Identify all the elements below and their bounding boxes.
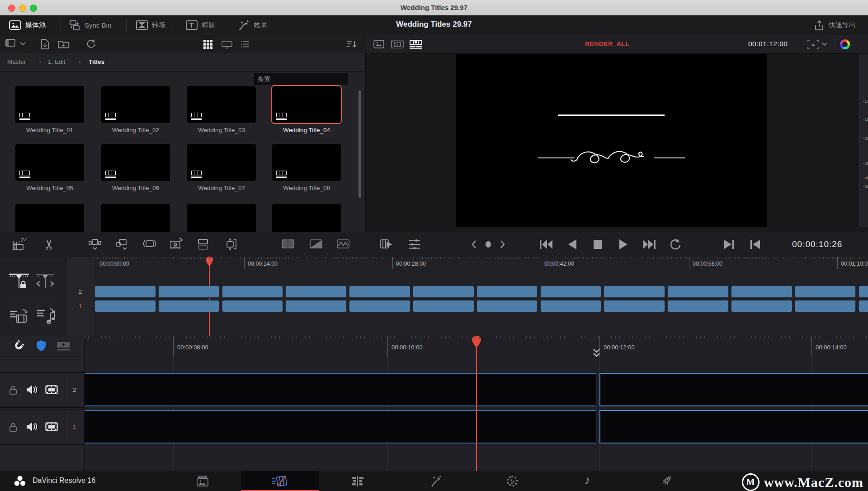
- timeline-clip[interactable]: [476, 300, 538, 312]
- clip-thumbnail[interactable]: [101, 144, 170, 181]
- timeline-video-clip[interactable]: [599, 373, 868, 406]
- timeline-clip[interactable]: [158, 300, 220, 312]
- playhead-locked-icon[interactable]: [8, 272, 30, 290]
- timeline-clip[interactable]: [349, 286, 410, 298]
- media-clip-card[interactable]: Wedding Title_03: [187, 86, 256, 133]
- snapping-magnet-icon[interactable]: [12, 340, 24, 353]
- clip-thumbnail[interactable]: [15, 86, 84, 123]
- stop-button[interactable]: [593, 238, 603, 250]
- timeline-clip[interactable]: [413, 286, 474, 298]
- fairlight-page-button[interactable]: ♪: [584, 473, 590, 487]
- color-controls-icon[interactable]: [840, 39, 850, 49]
- chevron-down-icon[interactable]: [822, 43, 827, 46]
- timeline-clip[interactable]: [222, 300, 283, 312]
- append-clip-icon[interactable]: [116, 238, 129, 251]
- upper-track-1-number[interactable]: 1: [66, 303, 94, 310]
- chevron-down-icon[interactable]: [20, 42, 26, 46]
- add-track-icon[interactable]: [56, 341, 71, 351]
- lower-playhead-line[interactable]: [476, 336, 477, 471]
- grid-view-icon[interactable]: [203, 39, 213, 49]
- timeline-clip[interactable]: [158, 286, 220, 298]
- clip-thumbnail[interactable]: [101, 86, 170, 123]
- sync-audio-clip-icon[interactable]: [36, 307, 57, 324]
- breadcrumb-titles[interactable]: Titles: [89, 58, 104, 65]
- edit-page-button[interactable]: [351, 475, 364, 487]
- goto-last-frame-button[interactable]: [642, 238, 656, 250]
- timeline-clip[interactable]: [795, 300, 856, 312]
- search-input[interactable]: [254, 73, 348, 85]
- timeline-view-icon[interactable]: [410, 40, 422, 49]
- media-clip-card[interactable]: Wedding Title_08: [272, 144, 341, 191]
- timeline-video-clip[interactable]: [84, 373, 596, 406]
- smooth-cut-transition-icon[interactable]: [336, 239, 350, 249]
- timeline-clip[interactable]: [667, 286, 729, 298]
- media-pool-scrollbar[interactable]: [359, 91, 361, 198]
- timeline-clip[interactable]: [667, 300, 729, 312]
- timeline-clip[interactable]: [94, 300, 156, 312]
- media-clip-card[interactable]: Wedding Title_01: [15, 86, 84, 133]
- breadcrumb-master[interactable]: Master: [7, 58, 26, 65]
- play-reverse-button[interactable]: [567, 238, 577, 250]
- clip-thumbnail[interactable]: [187, 144, 256, 181]
- bin-list-toggle-icon[interactable]: [5, 39, 15, 47]
- sort-icon[interactable]: [346, 40, 357, 48]
- refresh-sync-icon[interactable]: [86, 39, 96, 49]
- timeline-clip[interactable]: [859, 300, 868, 312]
- clip-thumbnail[interactable]: [187, 204, 256, 232]
- loop-button[interactable]: [669, 238, 681, 251]
- audio-enable-icon[interactable]: [26, 384, 38, 395]
- clip-thumbnail[interactable]: [101, 204, 170, 232]
- list-view-icon[interactable]: [241, 40, 250, 48]
- deliver-page-button[interactable]: [660, 475, 673, 487]
- media-clip-card-selected[interactable]: Wedding Title_04: [272, 86, 341, 133]
- clip-thumbnail[interactable]: [15, 144, 84, 181]
- close-up-icon[interactable]: [169, 237, 184, 251]
- media-clip-card[interactable]: Wedding Title_02: [101, 86, 170, 133]
- ripple-overwrite-icon[interactable]: [143, 238, 156, 249]
- source-tape-view-icon[interactable]: [391, 40, 404, 49]
- cut-transition-icon[interactable]: [281, 239, 295, 249]
- timeline-clip[interactable]: [349, 300, 410, 312]
- track-2-number[interactable]: 2: [65, 386, 84, 393]
- boring-detector-icon[interactable]: zZZ: [12, 238, 27, 252]
- timeline-clip[interactable]: [222, 286, 283, 298]
- timeline-clip[interactable]: [731, 286, 793, 298]
- timeline-clip[interactable]: [540, 300, 602, 312]
- fusion-page-button[interactable]: [429, 475, 442, 487]
- timeline-clip[interactable]: [604, 286, 665, 298]
- upper-track-2-number[interactable]: 2: [66, 288, 94, 295]
- timeline-clip[interactable]: [604, 300, 665, 312]
- play-button[interactable]: [618, 238, 628, 250]
- breadcrumb-edit[interactable]: 1. Edit: [48, 58, 65, 65]
- clip-thumbnail[interactable]: [272, 204, 341, 232]
- track-1-number[interactable]: 1: [65, 424, 84, 430]
- timeline-clip[interactable]: [540, 286, 602, 298]
- timeline-video-clip[interactable]: [599, 410, 868, 443]
- timeline-clip[interactable]: [731, 300, 793, 312]
- video-enable-icon[interactable]: [45, 385, 58, 394]
- dissolve-transition-icon[interactable]: [309, 239, 323, 249]
- timeline-clip[interactable]: [94, 286, 156, 298]
- goto-first-frame-button[interactable]: [539, 238, 553, 250]
- lock-icon[interactable]: [9, 422, 18, 432]
- timeline-clip[interactable]: [285, 300, 347, 312]
- review-icon[interactable]: [471, 239, 505, 249]
- clip-thumbnail[interactable]: [272, 86, 341, 123]
- timeline-tools-icon[interactable]: [408, 238, 421, 250]
- timeline-video-clip[interactable]: [84, 410, 596, 443]
- media-clip-card[interactable]: Wedding Title_06: [101, 144, 170, 191]
- timeline-clip[interactable]: [285, 286, 347, 298]
- media-clip-card[interactable]: Wedding Title_05: [15, 144, 84, 191]
- source-clip-view-icon[interactable]: [373, 40, 384, 48]
- clip-thumbnail[interactable]: [187, 86, 256, 123]
- media-clip-card[interactable]: Wedding Title_07: [187, 144, 256, 191]
- place-on-top-icon[interactable]: [196, 238, 210, 250]
- strip-view-icon[interactable]: [222, 41, 232, 48]
- video-enable-icon[interactable]: [45, 422, 58, 431]
- source-overwrite-icon[interactable]: [223, 238, 237, 251]
- timeline-clip[interactable]: [795, 286, 856, 298]
- smart-insert-icon[interactable]: [88, 238, 102, 251]
- timeline-clip[interactable]: [859, 286, 868, 298]
- media-page-button[interactable]: [196, 475, 209, 487]
- playhead-free-icon[interactable]: [35, 272, 55, 290]
